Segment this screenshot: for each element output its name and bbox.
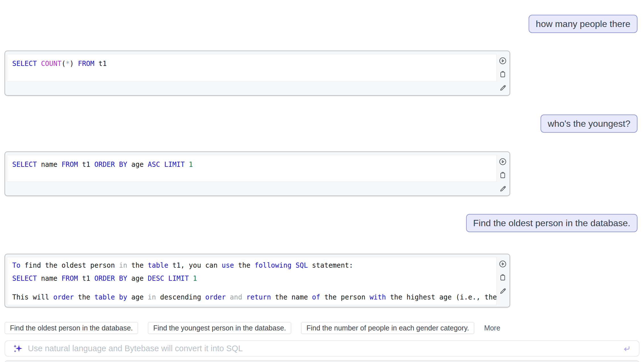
return-arrow-icon <box>622 344 631 353</box>
suggestion-chip[interactable]: Find the oldest person in the database. <box>5 322 138 334</box>
sql-code-line: SELECT name FROM t1 ORDER BY age DESC LI… <box>7 274 496 283</box>
natural-language-input[interactable] <box>27 344 617 353</box>
copy-button[interactable] <box>499 274 507 282</box>
composer <box>5 340 639 357</box>
pencil-icon <box>499 84 507 92</box>
chat-screen: how many people there SELECT COUNT(*) FR… <box>0 0 644 362</box>
copy-button[interactable] <box>499 70 507 78</box>
run-query-button[interactable] <box>499 260 507 268</box>
clipboard-icon <box>499 70 507 78</box>
edit-button[interactable] <box>499 287 507 295</box>
assistant-sql-block: To find the oldest person in the table t… <box>5 254 510 307</box>
sql-editor[interactable]: SELECT COUNT(*) FROM t1 <box>7 54 497 82</box>
more-suggestions-button[interactable]: More <box>484 324 500 332</box>
run-query-button[interactable] <box>499 158 507 166</box>
copy-button[interactable] <box>499 171 507 179</box>
sql-actions <box>497 260 508 295</box>
play-circle-icon <box>499 260 507 268</box>
sql-code-line: SELECT name FROM t1 ORDER BY age ASC LIM… <box>7 155 496 169</box>
ai-sparkle-icon <box>13 344 23 353</box>
clipboard-icon <box>499 171 507 179</box>
suggestion-chip[interactable]: Find the youngest person in the database… <box>148 322 291 334</box>
sql-editor[interactable]: SELECT name FROM t1 ORDER BY age ASC LIM… <box>7 155 497 182</box>
pencil-icon <box>499 185 507 193</box>
edit-button[interactable] <box>499 84 507 92</box>
assistant-sql-block: SELECT name FROM t1 ORDER BY age ASC LIM… <box>5 151 510 196</box>
user-message-bubble: who's the youngest? <box>541 115 637 133</box>
user-message-bubble: Find the oldest person in the database. <box>466 214 637 232</box>
user-message-bubble: how many people there <box>529 15 637 33</box>
edit-button[interactable] <box>499 185 507 193</box>
pencil-icon <box>499 287 507 295</box>
clipboard-icon <box>499 274 507 282</box>
run-query-button[interactable] <box>499 57 507 65</box>
sql-code-line: SELECT COUNT(*) FROM t1 <box>7 54 496 68</box>
play-circle-icon <box>499 57 507 65</box>
suggestion-chip[interactable]: Find the number of people in each gender… <box>301 322 474 334</box>
explanation-line: To find the oldest person in the table t… <box>7 257 496 270</box>
explanation-line: This will order the table by age in desc… <box>7 293 496 301</box>
suggestion-chips: Find the oldest person in the database. … <box>5 322 500 334</box>
bottom-panel-edge <box>5 360 639 362</box>
assistant-sql-block: SELECT COUNT(*) FROM t1 <box>5 51 510 96</box>
sql-actions <box>497 57 508 92</box>
sql-editor[interactable]: To find the oldest person in the table t… <box>7 257 497 305</box>
submit-button[interactable] <box>622 344 631 353</box>
sql-actions <box>497 158 508 193</box>
play-circle-icon <box>499 158 507 166</box>
